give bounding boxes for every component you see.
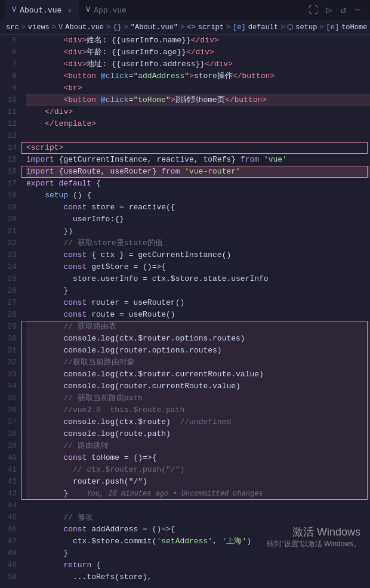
code-line-44 xyxy=(26,500,370,512)
code-line-20: userInfo:{} xyxy=(26,213,370,225)
code-line-24: const getStore = ()=>{ xyxy=(26,261,370,273)
code-line-37: console.log(ctx.$route) //undefined xyxy=(26,416,370,428)
code-line-51: getStore, xyxy=(26,583,370,586)
code-line-28: const route = useRoute() xyxy=(26,309,370,321)
code-line-11: </div> xyxy=(26,106,370,118)
code-line-42: router.push("/") xyxy=(26,476,370,488)
code-line-5: <div>姓名: {{userInfo.name}}</div> xyxy=(26,35,370,47)
code-line-21: }) xyxy=(26,225,370,237)
code-area: 5 6 7 8 9 10 11 12 13 14 15 16 17 18 19 … xyxy=(0,35,370,586)
code-line-32: //获取当前路由对象 xyxy=(26,357,370,369)
code-line-22: // 获取store里state的值 xyxy=(26,237,370,249)
code-line-18: setup () { xyxy=(26,190,370,202)
code-line-45: // 修改 xyxy=(26,512,370,524)
code-line-25: store.userInfo = ctx.$store.state.userIn… xyxy=(26,273,370,285)
code-content: <div>姓名: {{userInfo.name}}</div> <div>年龄… xyxy=(21,35,370,586)
title-bar: V About.vue ✕ V App.vue ⛶ ▷ ↺ — xyxy=(0,0,370,20)
code-line-49: return { xyxy=(26,559,370,571)
code-line-17: export default { xyxy=(26,178,370,190)
code-line-6: <div>年龄: {{userInfo.age}}</div> xyxy=(26,47,370,58)
code-line-15: import {getCurrentInstance, reactive, to… xyxy=(26,154,370,166)
line-numbers: 5 6 7 8 9 10 11 12 13 14 15 16 17 18 19 … xyxy=(0,35,21,586)
refresh-icon[interactable]: ↺ xyxy=(341,4,347,16)
code-line-46: const addAddress = ()=>{ xyxy=(26,524,370,536)
code-line-8: <button @click="addAddress">store操作</but… xyxy=(26,70,370,82)
code-line-23: const { ctx } = getCurrentInstance() xyxy=(26,249,370,261)
code-line-16: import {useRoute, useRouter} from 'vue-r… xyxy=(26,166,370,178)
play-icon[interactable]: ▷ xyxy=(326,4,332,16)
code-line-30: console.log(ctx.$router.options.routes) xyxy=(26,333,370,345)
close-icon[interactable]: — xyxy=(354,5,360,16)
code-line-35: // 获取当前路由path xyxy=(26,392,370,404)
code-line-33: console.log(ctx.$router.currentRoute.val… xyxy=(26,369,370,380)
code-line-41: // ctx.$router.push("/") xyxy=(26,464,370,476)
code-line-10: <button @click="toHome">跳转到home页</button… xyxy=(26,94,370,106)
code-line-9: <br> xyxy=(26,82,370,94)
code-line-43: } You, 28 minutes ago • Uncommitted chan… xyxy=(26,488,370,500)
tab-label-app: App.vue xyxy=(94,6,127,15)
code-line-27: const router = useRouter() xyxy=(26,297,370,309)
vue-file-icon: V xyxy=(12,6,16,14)
code-line-40: const toHome = ()=>{ xyxy=(26,452,370,464)
code-line-19: const store = reactive({ xyxy=(26,202,370,213)
code-line-50: ...toRefs(store), xyxy=(26,571,370,583)
code-line-14: <script> xyxy=(26,142,370,154)
code-line-48: } xyxy=(26,547,370,559)
code-line-36: //vue2.0 this.$route.path xyxy=(26,404,370,416)
tab-app-vue[interactable]: V App.vue xyxy=(79,0,134,20)
code-line-34: console.log(router.currentRoute.value) xyxy=(26,380,370,392)
tab-label-about: About.vue xyxy=(20,6,61,15)
code-line-47: ctx.$store.commit('setAddress', '上海') xyxy=(26,536,370,547)
close-icon-about[interactable]: ✕ xyxy=(67,7,72,14)
breadcrumb: src > views > V About.vue > {} > "About.… xyxy=(0,20,370,35)
code-line-29: // 获取路由表 xyxy=(26,321,370,333)
code-line-13 xyxy=(26,130,370,142)
code-line-26: } xyxy=(26,285,370,297)
code-line-38: console.log(route.path) xyxy=(26,428,370,440)
code-line-31: console.log(router.options.routes) xyxy=(26,345,370,357)
tab-about-vue[interactable]: V About.vue ✕ xyxy=(5,0,79,20)
code-line-12: </template> xyxy=(26,118,370,130)
code-line-7: <div>地址: {{userInfo.address}}</div> xyxy=(26,58,370,70)
code-line-39: // 路由跳转 xyxy=(26,440,370,452)
vue-file-icon-app: V xyxy=(86,6,90,14)
network-icon[interactable]: ⛶ xyxy=(309,5,318,16)
